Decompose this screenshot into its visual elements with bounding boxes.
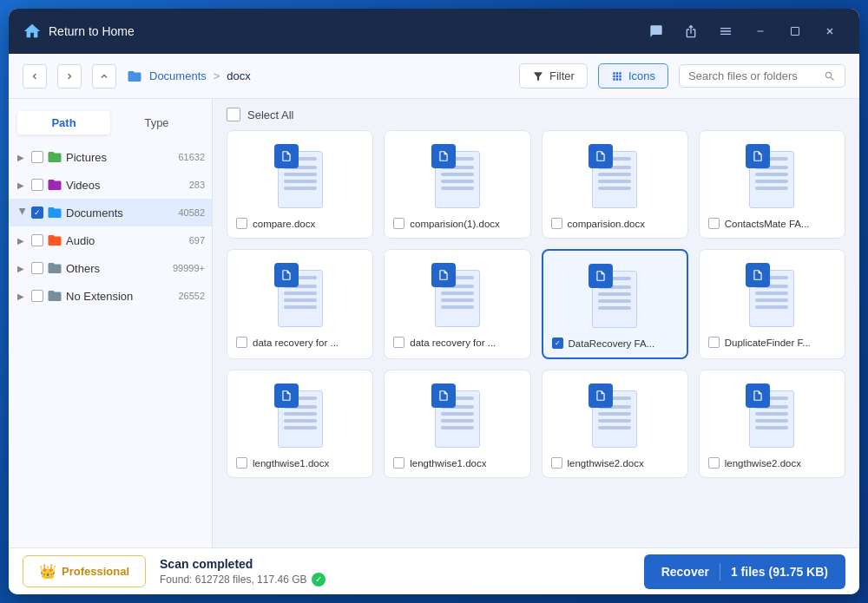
file-checkbox-datarecovery2[interactable] (393, 337, 404, 348)
search-box[interactable] (679, 64, 845, 88)
sidebar-item-noext[interactable]: ▶ No Extension 26552 (9, 282, 212, 310)
sidebar-collapse-handle[interactable]: ◀ (212, 308, 213, 339)
file-checkbox-compare[interactable] (236, 218, 247, 229)
file-card-lengthwise1b[interactable]: lengthwise1.docx (384, 370, 530, 478)
breadcrumb: Documents > docx (127, 69, 251, 84)
forward-button[interactable] (57, 64, 82, 88)
chat-button[interactable] (641, 16, 672, 47)
filter-button[interactable]: Filter (519, 63, 588, 88)
file-checkbox-lengthwise1b[interactable] (393, 457, 404, 469)
noext-folder-icon (47, 288, 62, 304)
file-checkbox-comparison1[interactable] (393, 218, 404, 229)
videos-checkbox[interactable] (31, 179, 43, 191)
audio-checkbox[interactable] (31, 234, 43, 246)
doc-icon-8 (746, 263, 798, 327)
documents-label: Documents (66, 206, 174, 220)
minimize-button[interactable] (745, 16, 776, 47)
file-name-datarecoveryfa: DataRecovery FA... (569, 338, 655, 349)
file-checkbox-lengthwise1a[interactable] (236, 457, 247, 469)
back-button[interactable] (23, 64, 47, 88)
file-name-datarecovery2: data recovery for ... (410, 338, 496, 348)
tab-type[interactable]: Type (110, 111, 203, 134)
file-checkbox-datarecoveryfa[interactable]: ✓ (552, 338, 563, 349)
recover-button[interactable]: Recover 1 files (91.75 KB) (644, 554, 845, 589)
file-checkbox-duplicatefinder[interactable] (708, 337, 720, 348)
files-grid: compare.docx comparision (213, 130, 859, 547)
icons-label: Icons (628, 69, 655, 82)
file-card-datarecovery1[interactable]: data recovery for ... (227, 249, 373, 359)
word-badge-7 (589, 264, 613, 288)
menu-button[interactable] (710, 16, 741, 47)
file-checkbox-contactsmate[interactable] (708, 218, 720, 229)
doc-icon-9 (274, 383, 326, 448)
file-checkbox-row-7: ✓ DataRecovery FA... (552, 338, 678, 349)
file-card-lengthwise1a[interactable]: lengthwise1.docx (227, 370, 373, 478)
documents-checkbox[interactable]: ✓ (31, 206, 43, 219)
maximize-button[interactable] (779, 16, 811, 47)
file-checkbox-datarecovery1[interactable] (236, 337, 247, 348)
close-button[interactable] (814, 16, 845, 47)
sidebar-item-pictures[interactable]: ▶ Pictures 61632 (9, 143, 212, 171)
word-badge-4 (746, 144, 770, 168)
file-name-lengthwise1a: lengthwise1.docx (253, 458, 329, 469)
sidebar-item-videos[interactable]: ▶ Videos 283 (9, 171, 212, 199)
file-card-lengthwise2a[interactable]: lengthwise2.docx (542, 370, 688, 478)
word-badge-3 (589, 144, 613, 168)
professional-button[interactable]: 👑 Professional (23, 555, 146, 587)
documents-count: 40582 (178, 207, 205, 218)
select-all-checkbox[interactable] (227, 108, 240, 121)
share-button[interactable] (675, 16, 707, 47)
file-name-lengthwise2b: lengthwise2.docx (725, 458, 801, 469)
word-badge-8 (746, 263, 770, 287)
scan-detail: Found: 612728 files, 117.46 GB ✓ (160, 573, 630, 587)
main-window: Return to Home (9, 9, 859, 594)
file-card-datarecoveryfa[interactable]: ✓ DataRecovery FA... (542, 249, 688, 359)
file-card-duplicatefinder[interactable]: DuplicateFinder F... (699, 249, 845, 359)
others-checkbox[interactable] (31, 262, 43, 274)
pictures-checkbox[interactable] (31, 151, 43, 163)
file-checkbox-row-4: ContactsMate FA... (708, 218, 836, 229)
select-all-label[interactable]: Select All (247, 108, 293, 121)
sidebar-item-others[interactable]: ▶ Others 99999+ (9, 254, 212, 282)
close-icon (825, 26, 835, 36)
expand-icon-o: ▶ (17, 264, 28, 273)
file-card-contactsmate[interactable]: ContactsMate FA... (699, 130, 845, 239)
pictures-label: Pictures (66, 151, 174, 164)
recover-count: 1 files (91.75 KB) (731, 565, 828, 579)
sidebar-item-documents[interactable]: ▶ ✓ Documents 40582 (9, 199, 212, 226)
noext-label: No Extension (66, 290, 174, 303)
breadcrumb-folder[interactable]: Documents (149, 69, 207, 82)
home-button[interactable]: Return to Home (23, 22, 135, 41)
up-button[interactable] (92, 64, 116, 88)
sidebar: Path Type ▶ Pictures 61632 ▶ Videos 283 (9, 99, 213, 547)
expand-icon-d: ▶ (18, 207, 28, 218)
word-badge-10 (431, 383, 456, 408)
audio-folder-icon (47, 233, 62, 248)
file-card-datarecovery2[interactable]: data recovery for ... (384, 249, 530, 359)
file-card-lengthwise2b[interactable]: lengthwise2.docx (699, 370, 845, 478)
file-name-duplicatefinder: DuplicateFinder F... (725, 338, 811, 348)
menu-icon (719, 24, 733, 38)
file-name-comparison: comparision.docx (568, 219, 645, 229)
pictures-folder-icon (47, 149, 62, 165)
file-checkbox-lengthwise2b[interactable] (708, 457, 720, 469)
noext-checkbox[interactable] (31, 290, 43, 302)
file-name-comparison1: comparision(1).docx (410, 219, 500, 229)
up-icon (99, 71, 109, 82)
tab-path[interactable]: Path (17, 111, 110, 134)
file-checkbox-comparison[interactable] (551, 218, 562, 229)
audio-label: Audio (66, 234, 186, 247)
sidebar-item-audio[interactable]: ▶ Audio 697 (9, 226, 212, 254)
file-checkbox-row-9: lengthwise1.docx (236, 457, 364, 469)
file-card-comparison[interactable]: comparision.docx (542, 130, 688, 239)
icons-button[interactable]: Icons (598, 63, 668, 88)
file-card-compare[interactable]: compare.docx (227, 130, 373, 239)
file-icon-wrapper-7 (584, 261, 645, 331)
search-input[interactable] (688, 69, 819, 82)
file-checkbox-lengthwise2a[interactable] (551, 457, 562, 469)
file-checkbox-row-8: DuplicateFinder F... (708, 337, 836, 348)
pictures-count: 61632 (178, 152, 205, 162)
file-card-comparison1[interactable]: comparision(1).docx (384, 130, 530, 239)
others-folder-icon (47, 260, 62, 276)
share-icon (684, 24, 698, 38)
